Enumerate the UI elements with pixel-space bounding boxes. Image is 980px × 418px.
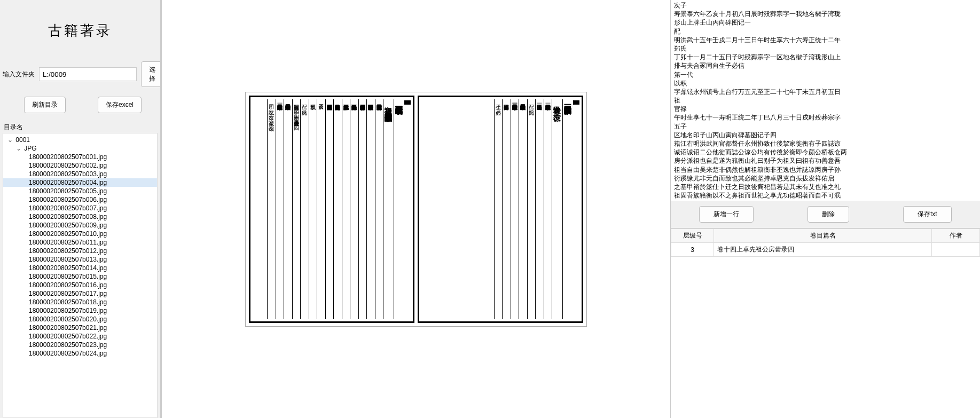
left-panel: 古籍著录 输入文件夹 选择 刷新目录 保存excel 目录名 ⌄ 0001⌄ J…	[0, 0, 160, 418]
folder-input[interactable]	[39, 67, 137, 81]
chevron-down-icon: ⌄	[7, 136, 14, 144]
tree-folder[interactable]: ⌄ JPG	[3, 144, 157, 153]
text-column: 排与夫合冢同向生子必信	[502, 99, 509, 319]
chevron-down-icon: ⌄	[16, 145, 22, 152]
tree-file[interactable]: 180000200802507b001.jpg	[3, 153, 157, 161]
text-column: 配 郑氏	[527, 99, 535, 319]
col-level: 层级号	[671, 229, 714, 243]
document-image: 第二代字鼎铉永州镇号上台行万五元至正二十七年丁未五月初五日祖官禄 午时生享七十一…	[245, 92, 587, 327]
left-button-row: 刷新目录 保存excel	[24, 97, 158, 113]
text-column: 明洪武十五年壬戌二月十三日午时生享六十六寿正统十二年	[519, 99, 526, 319]
tree-file[interactable]: 180000200802507b018.jpg	[3, 298, 157, 306]
tree-file[interactable]: 180000200802507b015.jpg	[3, 272, 157, 281]
right-button-row: 新增一行 删除 保存txt	[671, 201, 980, 228]
col-title: 卷目篇名	[714, 229, 932, 243]
text-column: 配 林氏	[300, 99, 308, 319]
tree-file[interactable]: 180000200802507b008.jpg	[3, 212, 157, 221]
text-column: 籍江右明洪武间官都督任永州协致仕後挈家徙衡有子四誌谅	[375, 99, 382, 319]
text-column: 生子 必信	[494, 99, 501, 319]
tree-file[interactable]: 180000200802507b009.jpg	[3, 221, 157, 230]
text-column: 丁卯十一月二十五日子时殁葬宗字一区地名椒子湾珑形山上	[511, 99, 518, 319]
cell-level[interactable]: 3	[671, 243, 714, 257]
tree-file[interactable]: 180000200802507b020.jpg	[3, 315, 157, 324]
transcript-text[interactable]: 次子 寿景泰六年乙亥十月初八日辰时殁葬宗字一我地名椒子湾珑 形山上牌壬山丙向碑图…	[671, 0, 980, 201]
text-column: 祖固吾族籍衡以不之鼻祖而世祀之享尤功德昭著而自不可泯	[325, 99, 333, 319]
tree-file[interactable]: 180000200802507b004.jpg	[3, 178, 157, 187]
text-column: 元至正二十六年丙午二月二十六日未时生享六十二寿明宣德	[284, 99, 291, 319]
col-author: 作者	[932, 229, 980, 243]
tree-file[interactable]: 180000200802507b024.jpg	[3, 349, 157, 358]
page-right: 第二代字元直行二明洪武十五年癸亥正月二十一日辰时生享七十三次子官禄 友谅寿景泰六…	[418, 96, 583, 323]
text-column: 衍蹊缘尤非无自而致也其必能坚持卓恩克自振拔发祥佑启	[342, 99, 349, 319]
text-column: 祖官禄 午时生享七十一寿明正统二年丁巳八月三十日戌时殁葬宗字	[383, 99, 393, 319]
add-row-button[interactable]: 新增一行	[699, 206, 754, 223]
text-column: 房分派祖也自是遂为籍衡山礼曰别子为祖又曰祖有功善意吾	[358, 99, 366, 319]
tree-file[interactable]: 180000200802507b005.jpg	[3, 187, 157, 195]
tree-file[interactable]: 180000200802507b007.jpg	[3, 204, 157, 212]
right-panel: 次子 寿景泰六年乙亥十月初八日辰时殁葬宗字一我地名椒子湾珑 形山上牌壬山丙向碑图…	[670, 0, 980, 418]
text-column: 灭云子四	[317, 99, 324, 319]
text-column: 有墓图碑誌 子四 卷十四上 卓先祖公房齿录 四	[292, 99, 300, 319]
tree-file[interactable]: 180000200802507b010.jpg	[3, 230, 157, 238]
delete-button[interactable]: 删除	[807, 206, 849, 223]
tree-file[interactable]: 180000200802507b017.jpg	[3, 289, 157, 298]
tree-file[interactable]: 180000200802507b003.jpg	[3, 170, 157, 178]
tree-file[interactable]: 180000200802507b002.jpg	[3, 161, 157, 170]
tree-file[interactable]: 180000200802507b022.jpg	[3, 332, 157, 341]
file-tree[interactable]: ⌄ 0001⌄ JPG180000200802507b001.jpg180000…	[3, 133, 158, 418]
refresh-button[interactable]: 刷新目录	[24, 97, 66, 113]
tree-file[interactable]: 180000200802507b016.jpg	[3, 281, 157, 289]
text-column: 诚信谅即今颜公诊公均有传後於衡即今颜公桥板仓两	[366, 99, 374, 319]
tree-root[interactable]: ⌄ 0001	[3, 136, 157, 144]
text-column: 子四 友誌 友谅 友诚 友诏	[267, 99, 275, 319]
text-column: 五子以积	[309, 99, 316, 319]
folder-label: 输入文件夹	[3, 70, 35, 79]
tree-file[interactable]: 180000200802507b021.jpg	[3, 324, 157, 332]
tree-header: 目录名	[4, 123, 158, 132]
text-column: 字元直行二明洪武十五年癸亥正月二十一日辰时生享七十三	[562, 99, 572, 319]
folder-input-row: 输入文件夹 选择	[3, 61, 158, 87]
metadata-grid[interactable]: 层级号 卷目篇名 作者 3卷十四上卓先祖公房齿录四	[671, 228, 980, 418]
tree-file[interactable]: 180000200802507b012.jpg	[3, 247, 157, 255]
tree-file[interactable]: 180000200802507b019.jpg	[3, 306, 157, 315]
tree-file[interactable]: 180000200802507b006.jpg	[3, 195, 157, 204]
text-column: 祖当自由吴来楚非偶然也解祖籍衡非丕逸也并誌谅两房子孙	[350, 99, 357, 319]
tree-file[interactable]: 180000200802507b013.jpg	[3, 255, 157, 264]
text-column: 次子官禄 友谅	[552, 99, 561, 319]
page-banner: 第二代	[573, 99, 580, 319]
image-viewer[interactable]: 第二代字鼎铉永州镇号上台行万五元至正二十七年丁未五月初五日祖官禄 午时生享七十一…	[160, 0, 670, 418]
text-column: 寿景泰六年乙亥十月初八日辰时殁葬宗字一我地名椒子湾珑	[544, 99, 551, 319]
save-txt-button[interactable]: 保存txt	[903, 206, 952, 223]
text-column: 二年丁未八月十六日辰时殁葬宗字一区地名真武山辰山辰向	[276, 99, 283, 319]
app-title: 古籍著录	[3, 21, 158, 40]
tree-file[interactable]: 180000200802507b011.jpg	[3, 238, 157, 247]
text-column: 形山上牌壬山丙向碑图记一	[535, 99, 543, 319]
cell-author[interactable]	[932, 243, 980, 257]
tree-file[interactable]: 180000200802507b023.jpg	[3, 341, 157, 349]
table-row[interactable]: 3卷十四上卓先祖公房齿录四	[671, 243, 980, 257]
page-banner: 第二代	[404, 99, 411, 319]
text-column: 字鼎铉永州镇号上台行万五元至正二十七年丁未五月初五日	[394, 99, 403, 319]
tree-file[interactable]: 180000200802507b014.jpg	[3, 264, 157, 272]
page-left: 第二代字鼎铉永州镇号上台行万五元至正二十七年丁未五月初五日祖官禄 午时生享七十一…	[249, 96, 414, 323]
text-column: 之基甲裕於筮仕卜迁之日故後裔祀昌若是其未有艾也准之礼	[333, 99, 341, 319]
cell-title[interactable]: 卷十四上卓先祖公房齿录四	[714, 243, 932, 257]
save-excel-button[interactable]: 保存excel	[98, 97, 142, 113]
